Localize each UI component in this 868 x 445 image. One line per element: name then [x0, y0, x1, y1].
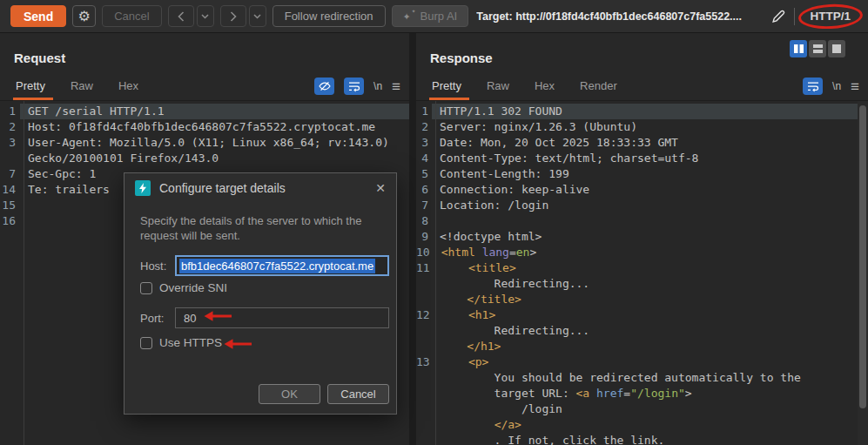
- cancel-button[interactable]: Cancel: [102, 5, 161, 27]
- back-button[interactable]: [168, 5, 194, 27]
- line-number: 15: [0, 198, 20, 213]
- response-gutter-separator: [435, 101, 436, 445]
- code-line: 8: [416, 213, 868, 229]
- hide-irrelevant-button[interactable]: [314, 78, 334, 95]
- request-tabs: Pretty Raw Hex: [16, 79, 138, 100]
- code-text: . If not, click the link.: [432, 433, 868, 445]
- line-number: [416, 292, 432, 307]
- line-number: 7: [416, 198, 432, 213]
- ok-button[interactable]: OK: [259, 384, 320, 404]
- dialog-cancel-button[interactable]: Cancel: [327, 384, 389, 404]
- code-text: <!doctype html>: [432, 229, 868, 245]
- code-line: Gecko/20100101 Firefox/143.0: [0, 151, 409, 166]
- forward-button[interactable]: [220, 5, 246, 27]
- code-line: 3Date: Mon, 20 Oct 2025 18:33:33 GMT: [416, 135, 868, 151]
- override-sni-row: Override SNI: [140, 281, 389, 294]
- override-sni-checkbox[interactable]: [140, 282, 152, 294]
- code-text: Location: /login: [432, 198, 868, 213]
- line-number: 1: [416, 104, 432, 119]
- show-newlines-button[interactable]: \n: [373, 80, 382, 92]
- layout-single-button[interactable]: [828, 40, 845, 57]
- override-sni-label: Override SNI: [159, 281, 227, 294]
- code-text: </a>: [432, 417, 868, 433]
- response-scrollbar-thumb[interactable]: [859, 105, 866, 408]
- host-row: Host: bfb1dec646807c7fa5522.cryptocat.me: [140, 255, 389, 276]
- code-line: 11 <title>: [416, 260, 868, 276]
- response-title: Response: [430, 51, 493, 65]
- line-number: 1: [0, 104, 20, 119]
- response-tab-hex[interactable]: Hex: [535, 79, 555, 100]
- code-line: 4Content-Type: text/html; charset=utf-8: [416, 151, 868, 166]
- request-editor-controls: \n ≡: [314, 78, 400, 95]
- annotation-arrow-https-icon: [223, 338, 252, 350]
- chevron-right-icon: [230, 11, 237, 22]
- port-value: 80: [184, 312, 196, 325]
- configure-target-dialog: Configure target details ✕ Specify the d…: [124, 172, 397, 415]
- response-tab-render[interactable]: Render: [580, 79, 617, 100]
- word-wrap-button[interactable]: [803, 78, 823, 95]
- word-wrap-button[interactable]: [344, 78, 364, 95]
- line-number: 13: [416, 354, 434, 370]
- line-number: [416, 401, 432, 417]
- code-line: Redirecting...: [416, 276, 868, 292]
- response-tab-raw[interactable]: Raw: [487, 79, 509, 100]
- code-text: Gecko/20100101 Firefox/143.0: [20, 151, 409, 166]
- layout-columns-button[interactable]: [790, 40, 807, 57]
- host-value-selected: bfb1dec646807c7fa5522.cryptocat.me: [179, 259, 375, 273]
- use-https-checkbox[interactable]: [140, 337, 152, 349]
- history-forward-group: [220, 5, 266, 27]
- code-text: target URL: <a href="/login">: [432, 386, 868, 401]
- response-editor-controls: \n ≡: [803, 78, 859, 95]
- dialog-description: Specify the details of the server to whi…: [140, 213, 379, 243]
- code-text: Content-Type: text/html; charset=utf-8: [432, 151, 868, 166]
- send-button[interactable]: Send: [10, 5, 66, 27]
- forward-dropdown-button[interactable]: [249, 5, 266, 27]
- line-number: [416, 323, 432, 339]
- follow-redirection-button[interactable]: Follow redirection: [273, 5, 386, 27]
- response-panel: Response Pretty Raw Hex Render \n ≡ 1HTT…: [416, 33, 868, 445]
- code-text: Date: Mon, 20 Oct 2025 18:33:33 GMT: [432, 135, 868, 151]
- code-text: User-Agent: Mozilla/5.0 (X11; Linux x86_…: [20, 135, 409, 151]
- chevron-left-icon: [178, 11, 185, 22]
- code-line: 6Connection: keep-alive: [416, 182, 868, 198]
- line-number: 3: [0, 135, 20, 151]
- request-tab-hex[interactable]: Hex: [118, 79, 138, 100]
- dialog-header: Configure target details ✕: [124, 173, 396, 203]
- menu-icon[interactable]: ≡: [392, 79, 400, 94]
- http-version-selector[interactable]: HTTP/1: [803, 8, 858, 24]
- code-line: 2Server: nginx/1.26.3 (Ubuntu): [416, 119, 868, 135]
- code-text: [432, 213, 868, 229]
- layout-rows-button[interactable]: [809, 40, 826, 57]
- show-newlines-button[interactable]: \n: [832, 80, 841, 92]
- host-input[interactable]: bfb1dec646807c7fa5522.cryptocat.me: [175, 255, 389, 276]
- code-text: <p>: [434, 354, 868, 370]
- code-text: /login: [432, 401, 868, 417]
- response-scrollbar-track[interactable]: [858, 101, 868, 445]
- chevron-down-icon: [201, 14, 209, 19]
- lightning-icon: [135, 180, 151, 196]
- response-tabs: Pretty Raw Hex Render: [432, 79, 617, 100]
- line-number: 12: [416, 307, 434, 323]
- layout-rows-icon: [813, 44, 823, 53]
- line-number: 2: [416, 119, 432, 135]
- chevron-down-icon: [253, 14, 261, 19]
- code-text: </title>: [432, 292, 868, 307]
- menu-icon[interactable]: ≡: [851, 79, 859, 94]
- back-dropdown-button[interactable]: [197, 5, 214, 27]
- pencil-icon[interactable]: [771, 9, 786, 24]
- request-tab-raw[interactable]: Raw: [71, 79, 93, 100]
- line-number: 9: [416, 229, 432, 245]
- send-settings-button[interactable]: ⚙: [72, 5, 96, 27]
- code-line: /login: [416, 401, 868, 417]
- line-number: [0, 151, 20, 166]
- burp-ai-label: Burp AI: [421, 10, 458, 23]
- close-icon[interactable]: ✕: [375, 181, 386, 195]
- burp-ai-button[interactable]: ✦✦ Burp AI: [392, 5, 469, 27]
- line-number: [416, 386, 432, 401]
- code-line: 1GET /serial HTTP/1.1: [0, 104, 409, 119]
- code-line: target URL: <a href="/login">: [416, 386, 868, 401]
- response-tab-pretty[interactable]: Pretty: [432, 79, 461, 100]
- request-tab-pretty[interactable]: Pretty: [16, 79, 45, 100]
- line-number: 3: [416, 135, 432, 151]
- response-editor[interactable]: 1HTTP/1.1 302 FOUND2Server: nginx/1.26.3…: [416, 101, 868, 445]
